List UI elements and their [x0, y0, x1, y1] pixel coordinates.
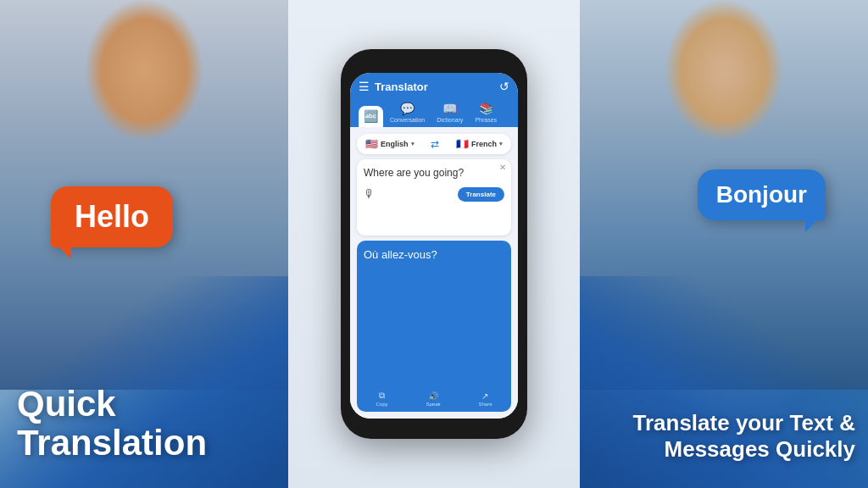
swap-languages-icon[interactable]: ⇄	[431, 138, 439, 150]
output-area: Où allez-vous? ⧉ Copy 🔊 Speak ↗	[357, 241, 511, 412]
share-button[interactable]: ↗ Share	[478, 391, 492, 407]
speak-label: Speak	[426, 402, 440, 407]
middle-panel: ☰ Translator ↺ 🔤 💬 Conversation	[288, 0, 580, 488]
translation-text: Translation	[17, 424, 207, 463]
share-icon: ↗	[481, 391, 488, 401]
app-title-bar: ☰ Translator ↺	[359, 80, 509, 93]
source-dropdown-arrow: ▾	[411, 141, 415, 147]
dictionary-tab-label: Dictionary	[437, 117, 463, 123]
app-header: ☰ Translator ↺ 🔤 💬 Conversation	[350, 73, 518, 127]
copy-label: Copy	[376, 402, 387, 407]
app-title: Translator	[375, 80, 499, 93]
input-area: ✕ Where are you going? 🎙 Translate	[357, 159, 511, 236]
history-icon[interactable]: ↺	[499, 80, 509, 93]
phone-notch	[400, 49, 468, 64]
tab-dictionary[interactable]: 📖 Dictionary	[431, 98, 468, 127]
source-language-button[interactable]: 🇺🇸 English ▾	[365, 138, 415, 150]
bonjour-text: Bonjour	[716, 181, 807, 208]
copy-icon: ⧉	[379, 391, 385, 401]
menu-icon[interactable]: ☰	[359, 80, 370, 93]
microphone-icon[interactable]: 🎙	[364, 187, 376, 201]
target-dropdown-arrow: ▾	[499, 141, 503, 147]
phone-frame: ☰ Translator ↺ 🔤 💬 Conversation	[341, 49, 527, 439]
tab-translate[interactable]: 🔤	[359, 106, 383, 127]
hello-text: Hello	[75, 199, 149, 234]
quick-translation-label: Quick Translation	[17, 385, 207, 463]
translate-tab-icon: 🔤	[364, 109, 378, 123]
input-actions: 🎙 Translate	[364, 187, 504, 202]
conversation-tab-label: Conversation	[390, 117, 425, 123]
hello-speech-bubble: Hello	[51, 186, 173, 247]
right-headline: Translate your Text & Messages Quickly	[633, 410, 856, 463]
app-tabs: 🔤 💬 Conversation 📖 Dictionary 📚 Ph	[359, 98, 509, 127]
source-language-label: English	[381, 140, 409, 148]
input-text[interactable]: Where are you going?	[364, 166, 504, 180]
tab-conversation[interactable]: 💬 Conversation	[385, 98, 430, 127]
translate-headline-1: Translate your Text &	[633, 410, 856, 436]
copy-button[interactable]: ⧉ Copy	[376, 391, 387, 407]
right-panel: Bonjour Translate your Text & Messages Q…	[580, 0, 868, 488]
translate-button[interactable]: Translate	[458, 187, 504, 202]
translate-headline-2: Messages Quickly	[633, 436, 856, 463]
phone-screen: ☰ Translator ↺ 🔤 💬 Conversation	[350, 73, 518, 419]
app-content: 🇺🇸 English ▾ ⇄ 🇫🇷 French ▾ ✕	[350, 127, 518, 419]
target-flag: 🇫🇷	[456, 138, 469, 150]
target-language-label: French	[471, 140, 497, 148]
phrases-tab-icon: 📚	[479, 102, 493, 115]
target-language-button[interactable]: 🇫🇷 French ▾	[456, 138, 503, 150]
dictionary-tab-icon: 📖	[442, 102, 457, 115]
share-label: Share	[478, 402, 492, 407]
tab-phrases[interactable]: 📚 Phrases	[470, 98, 502, 127]
phrases-tab-label: Phrases	[475, 117, 497, 123]
quick-text: Quick	[17, 385, 207, 424]
language-bar: 🇺🇸 English ▾ ⇄ 🇫🇷 French ▾	[357, 134, 511, 154]
speak-icon: 🔊	[428, 391, 438, 401]
conversation-tab-icon: 💬	[400, 102, 415, 115]
speak-button[interactable]: 🔊 Speak	[426, 391, 440, 407]
source-flag: 🇺🇸	[365, 138, 378, 150]
left-panel: Hello Quick Translation	[0, 0, 288, 488]
output-actions: ⧉ Copy 🔊 Speak ↗ Share	[357, 391, 511, 407]
clear-input-button[interactable]: ✕	[499, 163, 506, 172]
output-text: Où allez-vous?	[364, 247, 504, 263]
bonjour-speech-bubble: Bonjour	[698, 169, 826, 220]
